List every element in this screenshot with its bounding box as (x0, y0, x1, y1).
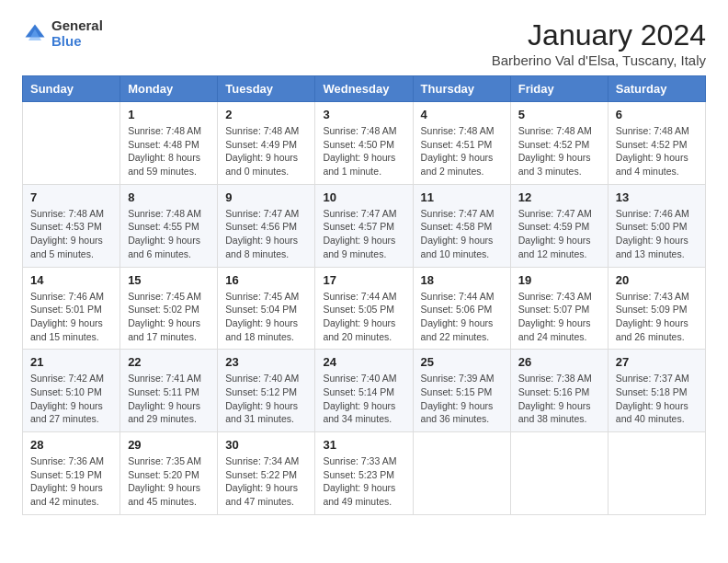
calendar-cell: 5Sunrise: 7:48 AMSunset: 4:52 PMDaylight… (510, 102, 608, 185)
logo-blue-text: Blue (51, 34, 103, 50)
calendar-cell: 11Sunrise: 7:47 AMSunset: 4:58 PMDayligh… (413, 184, 510, 267)
calendar-cell: 25Sunrise: 7:39 AMSunset: 5:15 PMDayligh… (413, 350, 510, 432)
day-number: 22 (128, 355, 210, 369)
day-info: Sunrise: 7:46 AMSunset: 5:00 PMDaylight:… (616, 207, 698, 261)
calendar-cell: 28Sunrise: 7:36 AMSunset: 5:19 PMDayligh… (23, 432, 120, 515)
day-info: Sunrise: 7:48 AMSunset: 4:50 PMDaylight:… (323, 124, 404, 178)
calendar-week-row: 21Sunrise: 7:42 AMSunset: 5:10 PMDayligh… (23, 350, 706, 432)
day-info: Sunrise: 7:43 AMSunset: 5:09 PMDaylight:… (616, 290, 698, 344)
weekday-header: Friday (510, 76, 608, 102)
day-number: 20 (616, 273, 698, 287)
day-number: 24 (323, 355, 404, 369)
day-info: Sunrise: 7:47 AMSunset: 4:57 PMDaylight:… (323, 207, 404, 261)
logo: General Blue (22, 18, 103, 49)
calendar-title: January 2024 (492, 18, 706, 52)
calendar-cell: 24Sunrise: 7:40 AMSunset: 5:14 PMDayligh… (315, 350, 413, 432)
day-info: Sunrise: 7:44 AMSunset: 5:06 PMDaylight:… (421, 290, 503, 344)
title-block: January 2024 Barberino Val d'Elsa, Tusca… (492, 18, 706, 68)
day-info: Sunrise: 7:47 AMSunset: 4:58 PMDaylight:… (421, 207, 503, 261)
calendar-cell: 19Sunrise: 7:43 AMSunset: 5:07 PMDayligh… (510, 267, 608, 350)
calendar-cell: 22Sunrise: 7:41 AMSunset: 5:11 PMDayligh… (120, 350, 218, 432)
day-info: Sunrise: 7:42 AMSunset: 5:10 PMDaylight:… (30, 372, 112, 426)
day-number: 3 (323, 108, 404, 121)
page-header: General Blue January 2024 Barberino Val … (22, 18, 706, 68)
calendar-cell: 7Sunrise: 7:48 AMSunset: 4:53 PMDaylight… (23, 184, 120, 267)
calendar-cell: 18Sunrise: 7:44 AMSunset: 5:06 PMDayligh… (413, 267, 510, 350)
day-info: Sunrise: 7:41 AMSunset: 5:11 PMDaylight:… (128, 372, 210, 426)
day-number: 6 (616, 108, 698, 121)
day-info: Sunrise: 7:35 AMSunset: 5:20 PMDaylight:… (128, 454, 210, 509)
calendar-subtitle: Barberino Val d'Elsa, Tuscany, Italy (492, 52, 706, 68)
day-info: Sunrise: 7:34 AMSunset: 5:22 PMDaylight:… (225, 454, 307, 509)
day-number: 17 (323, 273, 404, 287)
day-number: 31 (323, 438, 404, 452)
day-info: Sunrise: 7:40 AMSunset: 5:14 PMDaylight:… (323, 372, 404, 426)
day-number: 25 (421, 355, 503, 369)
weekday-header: Tuesday (218, 76, 315, 102)
calendar-header: SundayMondayTuesdayWednesdayThursdayFrid… (23, 76, 706, 102)
day-info: Sunrise: 7:44 AMSunset: 5:05 PMDaylight:… (323, 290, 404, 344)
day-number: 29 (128, 438, 210, 452)
day-info: Sunrise: 7:48 AMSunset: 4:53 PMDaylight:… (30, 207, 112, 261)
day-info: Sunrise: 7:48 AMSunset: 4:51 PMDaylight:… (421, 124, 503, 178)
calendar-cell: 15Sunrise: 7:45 AMSunset: 5:02 PMDayligh… (120, 267, 218, 350)
day-info: Sunrise: 7:48 AMSunset: 4:48 PMDaylight:… (128, 124, 210, 178)
calendar-cell: 30Sunrise: 7:34 AMSunset: 5:22 PMDayligh… (218, 432, 315, 515)
calendar-cell: 29Sunrise: 7:35 AMSunset: 5:20 PMDayligh… (120, 432, 218, 515)
day-number: 5 (518, 108, 600, 121)
calendar-week-row: 14Sunrise: 7:46 AMSunset: 5:01 PMDayligh… (23, 267, 706, 350)
day-info: Sunrise: 7:45 AMSunset: 5:02 PMDaylight:… (128, 290, 210, 344)
calendar-cell: 12Sunrise: 7:47 AMSunset: 4:59 PMDayligh… (510, 184, 608, 267)
calendar-week-row: 7Sunrise: 7:48 AMSunset: 4:53 PMDaylight… (23, 184, 706, 267)
day-info: Sunrise: 7:38 AMSunset: 5:16 PMDaylight:… (518, 372, 600, 426)
day-info: Sunrise: 7:43 AMSunset: 5:07 PMDaylight:… (518, 290, 600, 344)
day-info: Sunrise: 7:37 AMSunset: 5:18 PMDaylight:… (616, 372, 698, 426)
day-number: 14 (30, 273, 112, 287)
day-info: Sunrise: 7:48 AMSunset: 4:55 PMDaylight:… (128, 207, 210, 261)
weekday-row: SundayMondayTuesdayWednesdayThursdayFrid… (23, 76, 706, 102)
calendar-cell (413, 432, 510, 515)
calendar-cell: 31Sunrise: 7:33 AMSunset: 5:23 PMDayligh… (315, 432, 413, 515)
day-number: 27 (616, 355, 698, 369)
day-number: 11 (421, 190, 503, 204)
calendar-cell: 1Sunrise: 7:48 AMSunset: 4:48 PMDaylight… (120, 102, 218, 185)
calendar-cell: 4Sunrise: 7:48 AMSunset: 4:51 PMDaylight… (413, 102, 510, 185)
day-number: 18 (421, 273, 503, 287)
day-number: 12 (518, 190, 600, 204)
calendar-cell: 14Sunrise: 7:46 AMSunset: 5:01 PMDayligh… (23, 267, 120, 350)
day-info: Sunrise: 7:45 AMSunset: 5:04 PMDaylight:… (225, 290, 307, 344)
day-info: Sunrise: 7:48 AMSunset: 4:52 PMDaylight:… (616, 124, 698, 178)
calendar-body: 1Sunrise: 7:48 AMSunset: 4:48 PMDaylight… (23, 102, 706, 515)
day-number: 19 (518, 273, 600, 287)
weekday-header: Wednesday (315, 76, 413, 102)
day-number: 16 (225, 273, 307, 287)
day-number: 4 (421, 108, 503, 121)
day-info: Sunrise: 7:39 AMSunset: 5:15 PMDaylight:… (421, 372, 503, 426)
calendar-table: SundayMondayTuesdayWednesdayThursdayFrid… (22, 75, 706, 515)
day-number: 30 (225, 438, 307, 452)
calendar-cell (510, 432, 608, 515)
day-number: 8 (128, 190, 210, 204)
calendar-week-row: 1Sunrise: 7:48 AMSunset: 4:48 PMDaylight… (23, 102, 706, 185)
calendar-cell: 10Sunrise: 7:47 AMSunset: 4:57 PMDayligh… (315, 184, 413, 267)
calendar-cell: 8Sunrise: 7:48 AMSunset: 4:55 PMDaylight… (120, 184, 218, 267)
calendar-cell: 23Sunrise: 7:40 AMSunset: 5:12 PMDayligh… (218, 350, 315, 432)
logo-icon (22, 21, 48, 47)
calendar-cell: 2Sunrise: 7:48 AMSunset: 4:49 PMDaylight… (218, 102, 315, 185)
weekday-header: Thursday (413, 76, 510, 102)
day-number: 1 (128, 108, 210, 121)
day-number: 21 (30, 355, 112, 369)
calendar-cell (23, 102, 120, 185)
calendar-cell: 13Sunrise: 7:46 AMSunset: 5:00 PMDayligh… (608, 184, 705, 267)
weekday-header: Monday (120, 76, 218, 102)
calendar-cell: 9Sunrise: 7:47 AMSunset: 4:56 PMDaylight… (218, 184, 315, 267)
day-number: 26 (518, 355, 600, 369)
day-info: Sunrise: 7:33 AMSunset: 5:23 PMDaylight:… (323, 454, 404, 509)
calendar-cell: 17Sunrise: 7:44 AMSunset: 5:05 PMDayligh… (315, 267, 413, 350)
calendar-cell: 21Sunrise: 7:42 AMSunset: 5:10 PMDayligh… (23, 350, 120, 432)
logo-general-text: General (51, 18, 103, 34)
day-number: 2 (225, 108, 307, 121)
weekday-header: Saturday (608, 76, 705, 102)
calendar-cell: 27Sunrise: 7:37 AMSunset: 5:18 PMDayligh… (608, 350, 705, 432)
day-info: Sunrise: 7:48 AMSunset: 4:49 PMDaylight:… (225, 124, 307, 178)
